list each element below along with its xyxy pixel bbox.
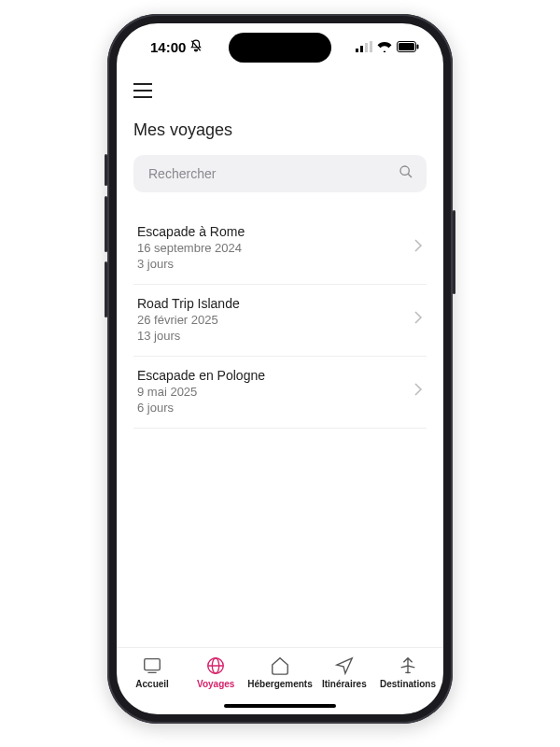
monitor-icon: [142, 655, 162, 676]
phone-frame: 14:00 Mes voyages: [107, 14, 453, 724]
svg-rect-6: [417, 45, 419, 49]
search-icon: [399, 164, 413, 183]
dynamic-island: [229, 33, 331, 63]
list-item[interactable]: Escapade à Rome 16 septembre 2024 3 jour…: [133, 213, 427, 285]
home-icon: [270, 655, 290, 676]
page-title: Mes voyages: [133, 120, 427, 140]
tab-home[interactable]: Accueil: [120, 655, 184, 689]
trip-date: 26 février 2025: [137, 313, 413, 327]
list-item[interactable]: Escapade en Pologne 9 mai 2025 6 jours: [133, 357, 427, 429]
status-time: 14:00: [150, 39, 186, 55]
app-content: Mes voyages Escapade à Rome 16 septembre…: [117, 70, 443, 647]
tab-itineraries[interactable]: Itinéraires: [313, 655, 376, 689]
svg-line-8: [408, 174, 412, 177]
trip-title: Road Trip Islande: [137, 296, 413, 311]
trip-title: Escapade en Pologne: [137, 368, 413, 383]
bell-off-icon: [189, 39, 203, 55]
chevron-right-icon: [413, 239, 423, 256]
plane-icon: [398, 655, 418, 676]
list-item[interactable]: Road Trip Islande 26 février 2025 13 jou…: [133, 285, 427, 357]
navigation-icon: [334, 655, 355, 676]
svg-rect-5: [399, 43, 414, 50]
tab-label: Hébergements: [247, 679, 312, 689]
svg-rect-9: [145, 659, 161, 670]
tab-label: Accueil: [135, 679, 169, 689]
svg-point-7: [400, 166, 409, 175]
cellular-icon: [356, 41, 372, 52]
trip-duration: 6 jours: [137, 401, 413, 415]
trip-list: Escapade à Rome 16 septembre 2024 3 jour…: [133, 213, 427, 429]
side-button: [105, 154, 107, 186]
svg-rect-3: [370, 41, 372, 52]
tab-lodging[interactable]: Hébergements: [247, 655, 312, 689]
trip-date: 9 mai 2025: [137, 385, 413, 399]
chevron-right-icon: [413, 311, 423, 328]
wifi-icon: [377, 41, 392, 52]
chevron-right-icon: [413, 383, 423, 400]
home-indicator[interactable]: [224, 704, 336, 708]
trip-date: 16 septembre 2024: [137, 241, 413, 255]
trip-title: Escapade à Rome: [137, 224, 413, 239]
side-button: [105, 196, 107, 252]
svg-rect-0: [356, 49, 358, 52]
hamburger-menu-button[interactable]: [133, 79, 156, 102]
globe-icon: [205, 655, 226, 676]
side-button: [105, 261, 107, 317]
trip-duration: 13 jours: [137, 329, 413, 343]
tab-label: Itinéraires: [322, 679, 367, 689]
screen: 14:00 Mes voyages: [117, 23, 443, 714]
search-input[interactable]: [147, 165, 389, 182]
tab-trips[interactable]: Voyages: [184, 655, 247, 689]
trip-duration: 3 jours: [137, 257, 413, 271]
search-bar[interactable]: [133, 155, 427, 192]
tab-label: Voyages: [197, 679, 234, 689]
svg-rect-1: [360, 46, 363, 52]
tab-destinations[interactable]: Destinations: [376, 655, 440, 689]
svg-rect-2: [365, 43, 368, 52]
battery-icon: [397, 41, 419, 52]
tab-label: Destinations: [380, 679, 436, 689]
side-button: [453, 210, 455, 294]
